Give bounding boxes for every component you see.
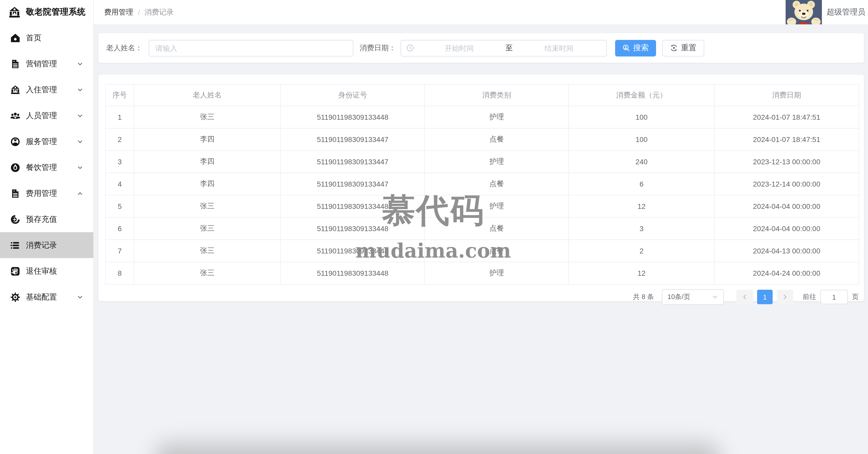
- next-page-button[interactable]: [777, 290, 794, 304]
- app-root: 敬老院管理系统 首页 营销管理: [0, 0, 868, 454]
- sidebar-item-checkin[interactable]: 入住管理: [0, 77, 93, 102]
- table-card: 序号老人姓名身份证号消费类别消费金额（元）消费日期 1 张三 511901198…: [98, 74, 864, 301]
- sidebar-item-label: 服务管理: [26, 137, 57, 146]
- column-header: 身份证号: [281, 84, 425, 106]
- cell-category: 点餐: [425, 240, 569, 262]
- cell-date: 2024-04-04 00:00:00: [714, 217, 859, 240]
- cell-category: 护理: [425, 106, 569, 128]
- cell-category: 点餐: [425, 173, 569, 195]
- sidebar-item-personnel[interactable]: 人员管理: [0, 102, 93, 128]
- cell-id-number: 511901198309133447: [281, 173, 425, 195]
- app-logo: 敬老院管理系统: [0, 0, 93, 24]
- table-header-row: 序号老人姓名身份证号消费类别消费金额（元）消费日期: [105, 84, 859, 106]
- column-header: 消费类别: [425, 84, 569, 106]
- chevron-down-icon: [712, 294, 718, 300]
- date-end-input[interactable]: [516, 43, 602, 53]
- chevron-down-icon: [77, 294, 84, 300]
- cell-name: 张三: [134, 240, 281, 262]
- sidebar-item-label: 预存充值: [26, 214, 57, 224]
- page-size-select[interactable]: 10条/页: [662, 289, 724, 305]
- cell-id-number: 511901198309133448: [281, 240, 425, 262]
- chevron-down-icon: [77, 164, 84, 171]
- hand-stop-icon: [10, 266, 21, 276]
- cell-name: 张三: [134, 106, 281, 128]
- cell-amount: 12: [569, 262, 714, 284]
- cell-category: 点餐: [425, 217, 569, 240]
- goto-page-input[interactable]: [820, 290, 848, 304]
- user-area[interactable]: 超级管理员: [785, 0, 868, 24]
- cell-index: 7: [105, 240, 134, 262]
- search-button[interactable]: 搜索: [615, 40, 656, 56]
- cell-name: 张三: [134, 217, 281, 240]
- cell-name: 张三: [134, 195, 281, 217]
- cell-date: 2023-12-13 00:00:00: [714, 151, 859, 173]
- chevron-left-icon: [742, 294, 748, 300]
- search-icon: [622, 44, 630, 52]
- breadcrumb-separator: /: [138, 8, 140, 16]
- cell-name: 张三: [134, 262, 281, 284]
- table-row: 2 李四 511901198309133447 点餐 100 2024-01-0…: [105, 128, 859, 151]
- breadcrumb-item-current: 消费记录: [145, 7, 174, 17]
- sidebar-menu: 首页 营销管理 入住管理: [0, 25, 93, 310]
- cell-date: 2024-01-07 18:47:51: [714, 128, 859, 151]
- avatar[interactable]: [785, 0, 822, 24]
- water-drop-icon: [10, 162, 21, 173]
- search-button-label: 搜索: [633, 43, 649, 53]
- cell-id-number: 511901198309133448: [281, 195, 425, 217]
- prev-page-button[interactable]: [736, 290, 753, 304]
- sidebar-item-label: 退住审核: [26, 266, 57, 276]
- cell-amount: 240: [569, 151, 714, 173]
- date-start-input[interactable]: [416, 43, 502, 53]
- column-header: 消费金额（元）: [569, 84, 714, 106]
- sidebar-item-checkout-review[interactable]: 退住审核: [0, 258, 93, 284]
- cell-date: 2024-01-07 18:47:51: [714, 106, 859, 128]
- sidebar: 敬老院管理系统 首页 营销管理: [0, 0, 94, 454]
- date-range-separator: 至: [502, 43, 516, 53]
- name-filter-input[interactable]: [149, 40, 353, 56]
- reset-button[interactable]: 重置: [662, 40, 704, 56]
- sidebar-item-recharge[interactable]: 预存充值: [0, 206, 93, 232]
- breadcrumb: 费用管理 / 消费记录: [94, 7, 174, 17]
- list-icon: [10, 240, 21, 250]
- page-unit-label: 页: [852, 292, 859, 302]
- chevron-down-icon: [77, 60, 84, 67]
- sidebar-item-marketing[interactable]: 营销管理: [0, 51, 93, 77]
- building-icon: [10, 84, 21, 95]
- column-header: 老人姓名: [134, 84, 281, 106]
- sidebar-item-label: 餐饮管理: [26, 162, 57, 172]
- cell-date: 2024-04-04 00:00:00: [714, 195, 859, 217]
- chevron-down-icon: [77, 138, 84, 145]
- sidebar-item-service[interactable]: 服务管理: [0, 128, 93, 154]
- cell-category: 护理: [425, 262, 569, 284]
- sidebar-item-home[interactable]: 首页: [0, 25, 93, 51]
- cell-name: 李四: [134, 128, 281, 151]
- breadcrumb-item-parent[interactable]: 费用管理: [104, 7, 133, 17]
- cell-category: 点餐: [425, 128, 569, 151]
- consumption-records-table: 序号老人姓名身份证号消费类别消费金额（元）消费日期 1 张三 511901198…: [105, 84, 859, 284]
- page-1-button[interactable]: 1: [757, 290, 773, 304]
- chevron-right-icon: [782, 294, 788, 300]
- cell-amount: 3: [569, 217, 714, 240]
- sidebar-item-label: 人员管理: [26, 111, 57, 121]
- date-range-picker[interactable]: 至: [401, 40, 607, 56]
- pagination: 共 8 条 10条/页 1 前往 页: [98, 289, 859, 305]
- cell-index: 8: [105, 262, 134, 284]
- sidebar-item-dining[interactable]: 餐饮管理: [0, 154, 93, 180]
- cell-name: 李四: [134, 151, 281, 173]
- table-row: 1 张三 511901198309133448 护理 100 2024-01-0…: [105, 106, 859, 128]
- cell-date: 2024-04-13 00:00:00: [714, 240, 859, 262]
- sidebar-item-basic-config[interactable]: 基础配置: [0, 284, 93, 310]
- cell-name: 李四: [134, 173, 281, 195]
- sidebar-item-label: 费用管理: [26, 188, 57, 198]
- sidebar-item-fees[interactable]: 费用管理: [0, 180, 93, 206]
- cell-amount: 100: [569, 128, 714, 151]
- sidebar-item-consumption-records[interactable]: 消费记录: [0, 232, 93, 258]
- sidebar-item-label: 入住管理: [26, 85, 57, 95]
- chevron-down-icon: [77, 86, 84, 93]
- document-icon: [10, 188, 21, 199]
- cell-category: 护理: [425, 195, 569, 217]
- column-header: 序号: [105, 84, 134, 106]
- sidebar-item-label: 消费记录: [26, 240, 57, 250]
- app-title: 敬老院管理系统: [26, 7, 86, 18]
- clock-icon: [406, 44, 414, 52]
